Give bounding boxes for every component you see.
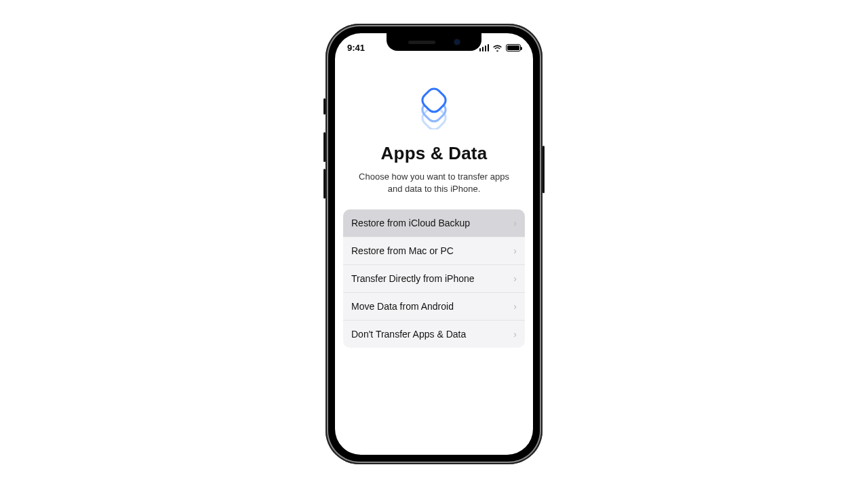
option-move-from-android[interactable]: Move Data from Android › (343, 292, 525, 320)
chevron-right-icon: › (513, 274, 517, 283)
option-dont-transfer[interactable]: Don't Transfer Apps & Data › (343, 320, 525, 348)
page-title: Apps & Data (343, 143, 525, 164)
option-restore-icloud[interactable]: Restore from iCloud Backup › (343, 209, 525, 237)
chevron-right-icon: › (513, 246, 517, 256)
transfer-option-list: Restore from iCloud Backup › Restore fro… (343, 209, 525, 348)
setup-content: Apps & Data Choose how you want to trans… (335, 58, 533, 348)
volume-up-button (323, 132, 326, 162)
option-transfer-iphone[interactable]: Transfer Directly from iPhone › (343, 264, 525, 292)
option-restore-mac-pc[interactable]: Restore from Mac or PC › (343, 237, 525, 264)
iphone-frame: 9:41 (326, 24, 542, 464)
battery-icon (506, 44, 521, 52)
chevron-right-icon: › (513, 329, 517, 339)
apps-data-icon (343, 85, 525, 129)
notch (387, 33, 481, 51)
option-label: Don't Transfer Apps & Data (351, 329, 466, 340)
option-label: Restore from iCloud Backup (351, 218, 470, 228)
wifi-icon (492, 44, 502, 52)
option-label: Transfer Directly from iPhone (351, 273, 475, 284)
cellular-signal-icon (479, 44, 490, 52)
option-label: Restore from Mac or PC (351, 245, 454, 256)
chevron-right-icon: › (513, 302, 517, 311)
svg-rect-2 (420, 86, 448, 115)
page-subtitle: Choose how you want to transfer apps and… (353, 171, 515, 195)
power-button (542, 146, 545, 193)
speaker-grille (408, 41, 435, 44)
status-time: 9:41 (347, 43, 365, 53)
phone-screen: 9:41 (335, 33, 533, 455)
mute-switch (323, 98, 326, 115)
volume-down-button (323, 169, 326, 199)
front-camera (454, 39, 460, 45)
status-right (479, 44, 521, 52)
chevron-right-icon: › (513, 218, 517, 228)
option-label: Move Data from Android (351, 301, 454, 312)
